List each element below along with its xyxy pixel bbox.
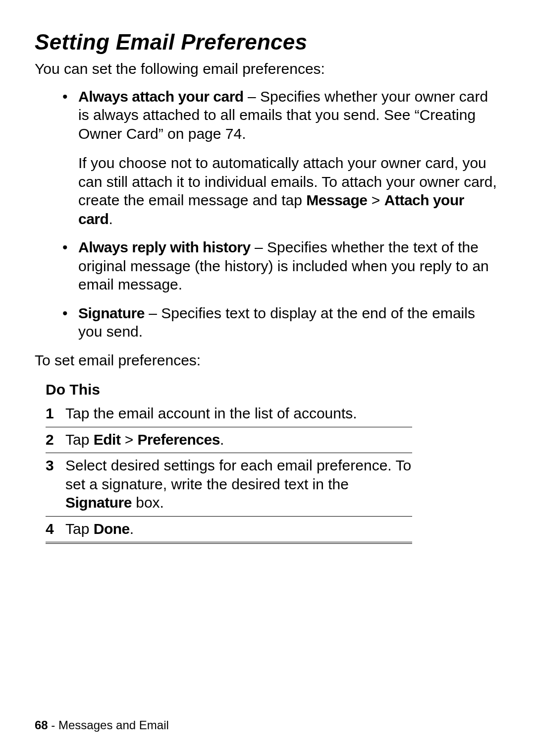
pref-signature: Signature – Specifies text to display at… [62, 304, 500, 341]
pref-term: Always reply with history [78, 239, 251, 255]
step-body: Tap the email account in the list of acc… [65, 404, 412, 423]
step-number: 2 [46, 430, 65, 449]
pref-term: Signature [78, 305, 145, 321]
step-text-pre: Tap [65, 431, 94, 448]
step-number: 3 [46, 456, 65, 475]
menu-sep: > [120, 431, 137, 448]
preferences-list: Always attach your card – Specifies whet… [35, 87, 500, 341]
field-signature: Signature [65, 494, 132, 511]
section-heading: Setting Email Preferences [35, 30, 500, 55]
step-number: 1 [46, 404, 65, 423]
step-text-pre: Select desired settings for each email p… [65, 457, 411, 492]
lead-text: To set email preferences: [35, 351, 500, 370]
menu-edit: Edit [94, 431, 121, 448]
step-row: 1 Tap the email account in the list of a… [46, 401, 412, 427]
pref-reply-with-history: Always reply with history – Specifies wh… [62, 238, 500, 294]
menu-message: Message [306, 192, 367, 208]
page-footer: 68 - Messages and Email [35, 718, 169, 732]
step-row: 2 Tap Edit > Preferences. [46, 427, 412, 454]
menu-preferences: Preferences [138, 431, 220, 448]
pref-term: Always attach your card [78, 88, 244, 105]
step-text-post: . [220, 431, 224, 448]
step-text-pre: Tap [65, 521, 94, 537]
step-row: 3 Select desired settings for each email… [46, 453, 412, 517]
step-number: 4 [46, 520, 65, 538]
step-text-post: . [130, 521, 134, 537]
intro-text: You can set the following email preferen… [35, 59, 500, 78]
steps-header: Do This [46, 381, 412, 398]
page-number: 68 [35, 718, 48, 732]
steps-block: Do This 1 Tap the email account in the l… [46, 381, 412, 544]
footer-section: Messages and Email [58, 718, 169, 732]
button-done: Done [94, 521, 130, 537]
footer-sep: - [48, 718, 58, 732]
pref-extra-post: . [108, 211, 112, 227]
step-text-post: box. [132, 494, 164, 511]
step-body: Tap Done. [65, 520, 412, 538]
pref-always-attach-card: Always attach your card – Specifies whet… [62, 87, 500, 229]
page: Setting Email Preferences You can set th… [0, 0, 535, 756]
step-body: Select desired settings for each email p… [65, 456, 412, 512]
step-row: 4 Tap Done. [46, 517, 412, 544]
step-body: Tap Edit > Preferences. [65, 430, 412, 449]
menu-sep: > [368, 192, 384, 208]
